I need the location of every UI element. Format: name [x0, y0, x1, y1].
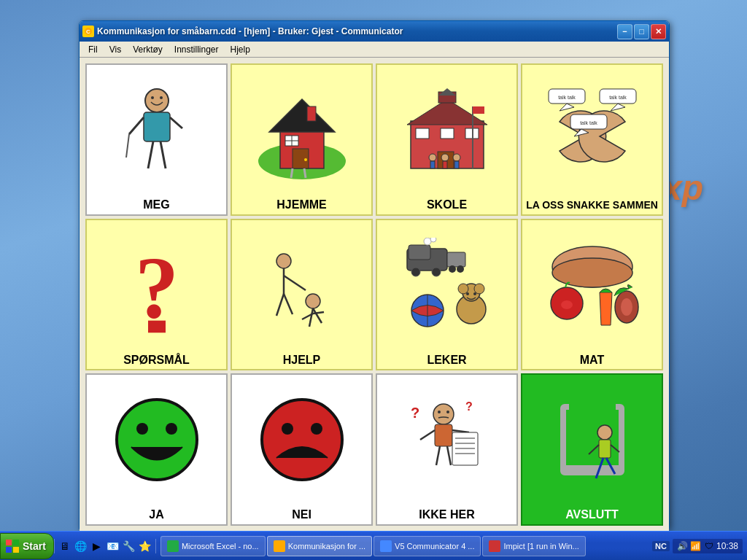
svg-line-56 [284, 276, 306, 290]
svg-point-72 [466, 292, 469, 295]
svg-point-75 [552, 258, 632, 287]
windows-logo-icon [5, 539, 20, 553]
taskbar: Start 🖥 🌐 ▶ 📧 🔧 ⭐ Microsoft Excel - no..… [0, 531, 747, 560]
taskbar-item-excel-label: Microsoft Excel - no... [182, 542, 259, 551]
svg-point-82 [136, 423, 148, 435]
svg-marker-41 [611, 104, 625, 111]
cell-avslutt-label: AVSLUTT [565, 508, 619, 521]
svg-text:?: ? [411, 405, 419, 421]
cell-sporsmal[interactable]: ? SPØRSMÅL [85, 219, 228, 371]
cell-avslutt[interactable]: AVSLUTT [521, 373, 663, 526]
cell-sporsmal-image: ? [90, 223, 223, 351]
menu-hjelp[interactable]: Hjelp [225, 43, 256, 56]
svg-rect-90 [435, 424, 452, 446]
svg-rect-102 [563, 407, 622, 472]
svg-rect-61 [447, 252, 465, 267]
media-icon[interactable]: ▶ [90, 539, 104, 553]
outlook-icon[interactable]: 📧 [106, 539, 120, 553]
cell-hjemme-label: HJEMME [276, 198, 326, 211]
extra1-icon[interactable]: 🔧 [122, 539, 136, 553]
svg-rect-106 [599, 440, 611, 458]
cell-meg[interactable]: MEG [85, 63, 228, 216]
close-button[interactable]: ✕ [651, 24, 666, 39]
svg-point-9 [151, 96, 154, 99]
tray-volume-icon[interactable]: 📶 [690, 540, 702, 552]
cell-ja[interactable]: JA [85, 373, 228, 526]
svg-point-47 [306, 294, 320, 308]
cell-avslutt-image [525, 378, 659, 505]
cell-snakke[interactable]: talk talk talk talk talk talk LA OSS SNA… [521, 63, 663, 216]
cell-skole[interactable]: SKOLE [376, 63, 518, 216]
menu-verktoey[interactable]: Verktøy [127, 43, 169, 56]
svg-line-94 [447, 446, 451, 465]
cell-mat[interactable]: MAT [521, 219, 663, 371]
show-desktop-icon[interactable]: 🖥 [58, 539, 72, 553]
svg-line-55 [284, 294, 293, 314]
svg-line-48 [309, 308, 313, 327]
cell-nei-image [235, 378, 368, 505]
svg-rect-104 [569, 401, 616, 413]
nc-badge: NC [652, 541, 670, 551]
taskbar-item-excel[interactable]: Microsoft Excel - no... [160, 536, 266, 556]
cell-meg-image [90, 68, 223, 195]
cell-hjemme[interactable]: HJEMME [231, 63, 373, 216]
cell-skole-label: SKOLE [427, 198, 467, 211]
svg-point-85 [282, 423, 293, 435]
svg-text:talk talk: talk talk [609, 95, 627, 100]
svg-line-5 [160, 141, 166, 168]
cell-nei-label: NEI [292, 508, 311, 521]
menu-innstillinger[interactable]: Innstillinger [169, 43, 225, 56]
svg-rect-19 [307, 106, 316, 121]
extra2-icon[interactable]: ⭐ [138, 539, 152, 553]
svg-line-54 [276, 294, 284, 316]
cell-hjelp-label: HJELP [283, 354, 321, 367]
menu-fil[interactable]: Fil [82, 43, 104, 56]
svg-line-109 [589, 445, 599, 454]
cell-ja-image [90, 378, 223, 505]
minimize-button[interactable]: − [617, 24, 632, 39]
cell-leker-image [380, 223, 514, 351]
svg-point-64 [424, 238, 431, 245]
taskbar-items: Microsoft Excel - no... Kommunikasjon fo… [160, 536, 648, 556]
cell-hjemme-image [235, 68, 368, 195]
svg-point-60 [432, 268, 441, 276]
svg-rect-24 [416, 128, 429, 139]
cell-hjelp-image [235, 223, 368, 351]
svg-marker-38 [560, 104, 574, 111]
cell-ikke-her[interactable]: ? ? IKKE HER [376, 373, 518, 526]
cell-nei[interactable]: NEI [231, 373, 373, 526]
tray-network-icon[interactable]: 🔊 [677, 540, 689, 552]
svg-point-86 [311, 423, 322, 435]
svg-rect-113 [6, 547, 12, 553]
taskbar-item-kommunikasjon[interactable]: Kommunikasjon for ... [267, 536, 372, 556]
cell-leker-label: LEKER [427, 354, 466, 367]
start-button[interactable]: Start [0, 533, 54, 559]
svg-point-30 [441, 154, 449, 161]
svg-point-2 [145, 89, 169, 112]
cell-snakke-label: LA OSS SNAKKE SAMMEN [526, 200, 658, 211]
menu-vis[interactable]: Vis [104, 43, 127, 56]
cell-leker[interactable]: LEKER [376, 219, 518, 371]
svg-point-71 [474, 284, 484, 294]
ie-icon[interactable]: 🌐 [74, 539, 88, 553]
svg-rect-35 [473, 106, 484, 114]
svg-line-49 [313, 308, 322, 323]
tray-security-icon[interactable]: 🛡 [703, 540, 715, 552]
svg-point-83 [166, 423, 177, 435]
window-title: Kommunikasjon for småbarn.cdd - [hjem] -… [97, 26, 617, 36]
cell-sporsmal-label: SPØRSMÅL [123, 354, 190, 367]
svg-text:talk talk: talk talk [558, 95, 576, 100]
cell-mat-label: MAT [580, 354, 604, 367]
cell-hjelp[interactable]: HJELP [231, 219, 373, 371]
clock-display: 10:38 [716, 541, 738, 551]
taskbar-item-communicator[interactable]: V5 Communicator 4 ... [374, 536, 481, 556]
svg-point-105 [597, 425, 612, 440]
window-icon: C [82, 26, 94, 37]
svg-point-52 [276, 254, 291, 268]
maximize-button[interactable]: □ [634, 24, 649, 39]
taskbar-right: NC 🔊 📶 🛡 10:38 [648, 539, 747, 553]
taskbar-item-impict[interactable]: Impict [1 run in Win... [482, 536, 585, 556]
quicklaunch: 🖥 🌐 ▶ 📧 🔧 ⭐ [54, 539, 156, 553]
svg-point-62 [449, 265, 456, 273]
svg-point-84 [262, 400, 342, 480]
